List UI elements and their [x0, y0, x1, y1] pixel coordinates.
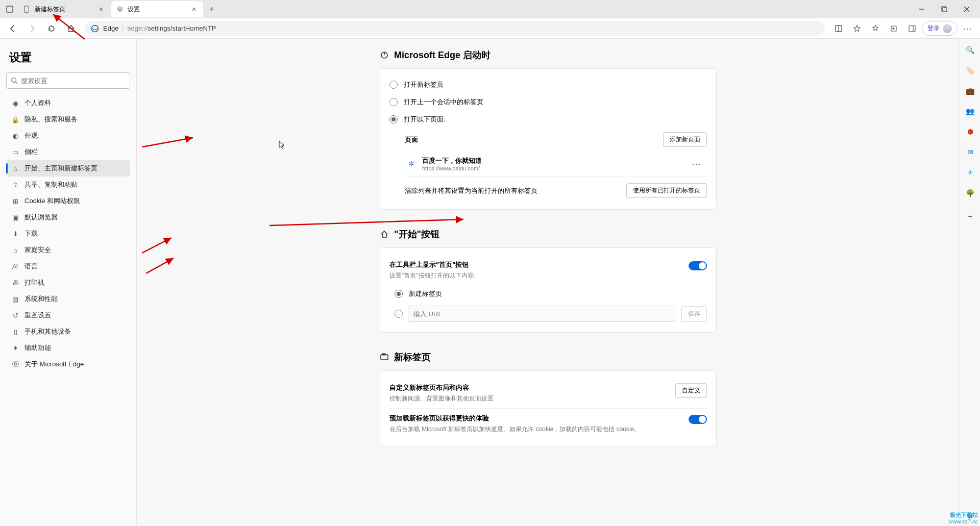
- avatar-icon: [943, 24, 952, 33]
- more-button[interactable]: ⋯: [959, 20, 976, 37]
- close-icon: [964, 6, 970, 12]
- search-icon[interactable]: 🔍: [964, 44, 976, 56]
- sidebar-item[interactable]: ⬇下载: [6, 226, 130, 242]
- preload-toggle[interactable]: [689, 415, 707, 424]
- sidebar-item[interactable]: 🔒隐私、搜索和服务: [6, 111, 130, 128]
- sidebar-item[interactable]: ◉个人资料: [6, 95, 130, 111]
- page-title: 百度一下，你就知道: [422, 156, 482, 165]
- refresh-button[interactable]: [43, 20, 60, 37]
- right-sidebar: 🔍 🏷️ 💼 👥 ⬢ ✉ ✈ 🌳 + ⚙: [960, 39, 980, 526]
- sidebar-item-label: 个人资料: [24, 98, 51, 108]
- sidebar-item-label: 默认浏览器: [24, 213, 58, 222]
- favorites-button[interactable]: [867, 20, 884, 37]
- show-home-toggle[interactable]: [689, 261, 707, 270]
- tree-icon[interactable]: 🌳: [964, 187, 976, 199]
- baidu-favicon-icon: ✲: [407, 159, 416, 168]
- sidebar-item[interactable]: ✶辅助功能: [6, 340, 130, 356]
- sidebar-item-label: 家庭安全: [24, 245, 51, 255]
- divider: [122, 24, 123, 33]
- sidebar-item[interactable]: ⓔ关于 Microsoft Edge: [6, 356, 130, 372]
- save-url-button[interactable]: 保存: [681, 306, 707, 322]
- profile-login-button[interactable]: 登录: [922, 21, 958, 36]
- tab-settings[interactable]: 设置 ×: [111, 1, 203, 17]
- sidebar-item[interactable]: ↺重置设置: [6, 307, 130, 323]
- maximize-button[interactable]: [933, 1, 955, 17]
- settings-nav: ◉个人资料🔒隐私、搜索和服务◐外观▭侧栏⌂开始、主页和新建标签页⇪共享、复制和粘…: [6, 95, 130, 372]
- tab-new-tab-page[interactable]: 新建标签页 ×: [18, 1, 110, 17]
- address-bar[interactable]: Edge edge://settings/startHomeNTP: [85, 21, 825, 36]
- home-icon: [66, 24, 76, 33]
- sidebar-item[interactable]: ▤系统和性能: [6, 291, 130, 307]
- sidebar-item[interactable]: ⌂开始、主页和新建标签页: [6, 160, 130, 177]
- briefcase-icon[interactable]: 💼: [964, 85, 976, 97]
- sidebar-item-label: 开始、主页和新建标签页: [24, 164, 97, 173]
- square-icon: [6, 5, 14, 13]
- page-more-button[interactable]: ⋯: [688, 156, 705, 171]
- sidebar-item[interactable]: ⇪共享、复制和粘贴: [6, 177, 130, 193]
- clear-list-label: 清除列表并将其设置为当前打开的所有标签页: [405, 186, 537, 195]
- login-label: 登录: [927, 24, 940, 33]
- forward-icon: [28, 24, 37, 33]
- svg-line-13: [16, 82, 18, 84]
- home-button[interactable]: [62, 20, 80, 37]
- home-url-input[interactable]: [408, 306, 676, 322]
- section-new-tab: 新标签页 自定义新标签页布局和内容 控制新闻源、背景图像和其他页面设置 自定义 …: [380, 351, 717, 446]
- titlebar: 新建标签页 × 设置 × +: [0, 0, 980, 18]
- radio-home-newtab[interactable]: 新建标签页: [395, 285, 707, 303]
- back-button[interactable]: [4, 20, 21, 37]
- home-icon: ⌂: [11, 165, 19, 172]
- new-tab-button[interactable]: +: [204, 2, 219, 17]
- radio-open-previous[interactable]: 打开上一个会话中的标签页: [389, 93, 707, 111]
- reset-icon: ↺: [11, 312, 19, 319]
- share-icon: ⇪: [11, 181, 19, 189]
- add-new-page-button[interactable]: 添加新页面: [663, 132, 707, 147]
- sidebar-item[interactable]: 🖶打印机: [6, 274, 130, 291]
- sidebar-item-label: 关于 Microsoft Edge: [24, 360, 84, 369]
- outlook-icon[interactable]: ✉: [964, 146, 976, 158]
- radio-home-url-row: 保存: [405, 303, 707, 325]
- add-sidebar-button[interactable]: +: [964, 210, 976, 222]
- edge-icon: [91, 24, 99, 33]
- star-icon: [853, 24, 861, 33]
- search-input[interactable]: [21, 77, 126, 85]
- radio-open-newtab[interactable]: 打开新标签页: [389, 76, 707, 93]
- person-icon: ◉: [11, 99, 19, 107]
- office-icon[interactable]: ⬢: [964, 126, 976, 138]
- use-open-tabs-button[interactable]: 使用所有已打开的标签页: [626, 183, 707, 198]
- customize-desc: 控制新闻源、背景图像和其他页面设置: [389, 394, 494, 403]
- cookie-icon: ⊞: [11, 197, 19, 205]
- tab-actions-button[interactable]: [2, 2, 17, 17]
- home-card: 在工具栏上显示"首页"按钮 设置"首页"按钮打开的以下内容: 新建标签页 保存: [380, 247, 717, 333]
- star-button[interactable]: [848, 20, 866, 37]
- tab-title: 新建标签页: [35, 5, 93, 14]
- minimize-button[interactable]: [911, 1, 933, 17]
- sidebar-item-label: 侧栏: [24, 147, 38, 157]
- close-tab-button[interactable]: ×: [190, 5, 198, 13]
- tab-icon: [380, 353, 389, 362]
- sidebar-item[interactable]: ▭侧栏: [6, 144, 130, 160]
- sidebar-toggle-button[interactable]: [903, 20, 921, 37]
- startup-page-row: ✲ 百度一下，你就知道 https://www.baidu.com/ ⋯: [405, 151, 707, 177]
- tag-icon[interactable]: 🏷️: [964, 64, 976, 77]
- sidebar-item[interactable]: ▣默认浏览器: [6, 209, 130, 226]
- collections-icon: [890, 24, 898, 33]
- sidebar-item-label: 共享、复制和粘贴: [24, 180, 78, 189]
- collections-button[interactable]: [885, 20, 902, 37]
- sidebar-item[interactable]: ⌂家庭安全: [6, 242, 130, 258]
- send-icon[interactable]: ✈: [964, 166, 976, 179]
- settings-search[interactable]: [6, 72, 130, 89]
- reading-view-button[interactable]: [830, 20, 847, 37]
- sidebar-item[interactable]: ▯手机和其他设备: [6, 323, 130, 340]
- people-icon[interactable]: 👥: [964, 105, 976, 117]
- sidebar-item[interactable]: Aᵗ语言: [6, 258, 130, 274]
- sidebar-item[interactable]: ⊞Cookie 和网站权限: [6, 193, 130, 209]
- forward-button[interactable]: [23, 20, 41, 37]
- svg-rect-1: [24, 6, 29, 12]
- close-tab-button[interactable]: ×: [97, 5, 105, 13]
- customize-button[interactable]: 自定义: [675, 383, 707, 398]
- radio-home-url[interactable]: [395, 310, 403, 318]
- sidebar-item[interactable]: ◐外观: [6, 128, 130, 144]
- close-window-button[interactable]: [955, 1, 978, 17]
- settings-sidebar: 设置 ◉个人资料🔒隐私、搜索和服务◐外观▭侧栏⌂开始、主页和新建标签页⇪共享、复…: [0, 39, 137, 526]
- radio-open-pages[interactable]: 打开以下页面:: [389, 111, 707, 128]
